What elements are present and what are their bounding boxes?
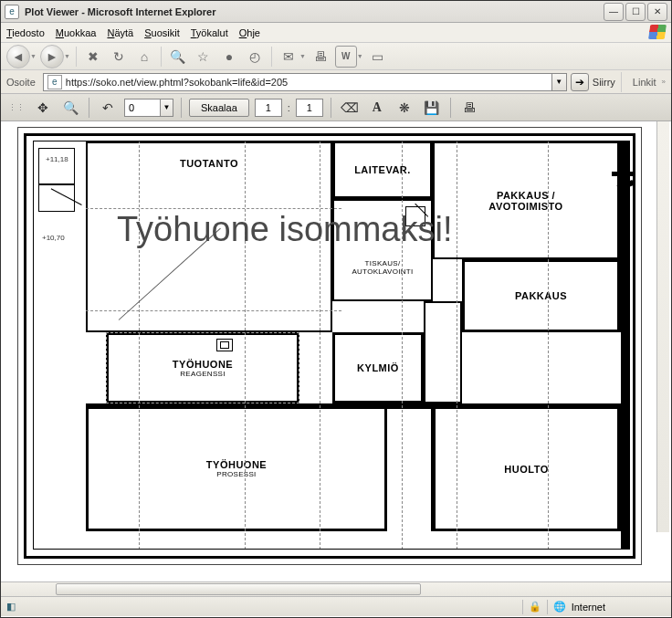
- menu-nayta[interactable]: Näytä: [107, 27, 133, 38]
- linkit-label[interactable]: Linkit: [633, 77, 656, 88]
- refresh-button[interactable]: ↻: [108, 46, 130, 68]
- menu-muokkaa[interactable]: Muokkaa: [56, 27, 97, 38]
- menu-tiedosto[interactable]: Tiedosto: [6, 27, 45, 38]
- window-title: Plot Viewer - Microsoft Internet Explore…: [25, 6, 604, 17]
- status-page-icon: ◧: [6, 601, 16, 613]
- lock-icon: 🔒: [529, 601, 541, 613]
- home-button[interactable]: ⌂: [133, 46, 155, 68]
- close-button[interactable]: ✕: [647, 3, 667, 21]
- address-input[interactable]: e https://soko.net/view.phtml?sokobank=l…: [43, 73, 552, 91]
- room-pakkaus-label: PAKKAUS: [515, 290, 567, 301]
- room-tyohuone-reag-sub: REAGENSSI: [180, 370, 225, 378]
- text-tool[interactable]: A: [366, 98, 388, 118]
- menubar: Tiedosto Muokkaa Näytä Suosikit Työkalut…: [1, 23, 671, 43]
- address-bar: Osoite e https://soko.net/view.phtml?sok…: [1, 70, 671, 94]
- favorites-button[interactable]: ☆: [193, 46, 215, 68]
- room-kylmio: KYLMIÖ: [332, 332, 424, 403]
- room-pakkaus-avo-label: PAKKAUS / AVOTOIMISTO: [488, 190, 562, 212]
- save-tool[interactable]: 💾: [421, 98, 443, 118]
- windows-logo-icon: [648, 25, 667, 39]
- room-tyohuone-pros-label: TYÖHUONE: [206, 459, 267, 470]
- minimize-button[interactable]: —: [604, 3, 624, 21]
- zoom-value-input[interactable]: 0: [124, 99, 161, 117]
- back-drop-icon[interactable]: ▼: [30, 53, 37, 59]
- toolbar-grip-icon[interactable]: ⋮⋮: [8, 103, 25, 112]
- room-tiskaus: TISKAUS/ AUTOKLAVOINTI: [332, 199, 433, 301]
- stamp-tool[interactable]: ❋: [394, 98, 415, 118]
- go-button[interactable]: ➔: [571, 73, 589, 91]
- app-toolbar: ⋮⋮ ✥ 🔍 ↶ 0 ▼ Skaalaa 1 : 1 ⌫ A ❋ 💾 🖶: [1, 94, 671, 121]
- erase-tool[interactable]: ⌫: [339, 98, 361, 118]
- room-tyohuone-reag-label: TYÖHUONE: [173, 359, 233, 370]
- linkit-expand-icon[interactable]: »: [662, 78, 666, 86]
- room-tyohuone-pros-sub: PROSESSI: [216, 470, 256, 478]
- zoom-value-dropdown[interactable]: ▼: [161, 99, 173, 117]
- ie-page-icon: e: [5, 5, 19, 19]
- room-huolto: HUOLTO: [433, 409, 626, 531]
- edit-button[interactable]: W: [335, 46, 357, 68]
- room-laitevar-label: LAITEVAR.: [354, 164, 411, 175]
- print-button[interactable]: 🖶: [310, 46, 331, 68]
- room-tuotanto: TUOTANTO: [86, 141, 332, 332]
- scale-a-input[interactable]: 1: [255, 99, 282, 117]
- plan-viewport[interactable]: +11,18 +10,70 TUOTANTO LAITEVAR. PAKKAUS…: [1, 121, 671, 581]
- forward-button[interactable]: ►: [40, 45, 64, 68]
- room-kylmio-label: KYLMIÖ: [357, 362, 399, 373]
- history-button[interactable]: ◴: [244, 46, 266, 68]
- room-tuotanto-label: TUOTANTO: [180, 158, 238, 169]
- room-pakkaus: PAKKAUS: [462, 259, 626, 332]
- hscroll-thumb[interactable]: [56, 583, 421, 595]
- zone-globe-icon: 🌐: [553, 601, 566, 613]
- horizontal-scrollbar[interactable]: [1, 581, 671, 596]
- back-button[interactable]: ◄: [6, 45, 30, 68]
- media-button[interactable]: ●: [218, 46, 240, 68]
- dim-top: +11,18: [46, 155, 68, 163]
- forward-drop-icon[interactable]: ▼: [64, 53, 70, 59]
- discuss-button[interactable]: ▭: [367, 46, 389, 68]
- titlebar: e Plot Viewer - Microsoft Internet Explo…: [1, 1, 671, 23]
- scale-separator: :: [288, 102, 290, 113]
- print-tool[interactable]: 🖶: [458, 98, 480, 118]
- status-zone: Internet: [572, 602, 605, 613]
- page-favicon-icon: e: [47, 75, 62, 89]
- dim-side: +10,70: [42, 234, 65, 242]
- undo-tool[interactable]: ↶: [97, 98, 119, 118]
- room-tiskaus-label: TISKAUS/ AUTOKLAVOINTI: [352, 259, 413, 276]
- maximize-button[interactable]: ☐: [625, 3, 646, 21]
- scale-button[interactable]: Skaalaa: [189, 99, 249, 117]
- pan-tool[interactable]: ✥: [32, 98, 54, 118]
- room-pakkaus-avo: PAKKAUS / AVOTOIMISTO: [433, 141, 626, 259]
- mail-button[interactable]: ✉: [278, 46, 299, 68]
- room-tyohuone-reagenssi: TYÖHUONE REAGENSSI: [106, 332, 299, 403]
- floor-plan: +11,18 +10,70 TUOTANTO LAITEVAR. PAKKAUS…: [17, 127, 642, 565]
- scale-b-input[interactable]: 1: [296, 99, 323, 117]
- search-button[interactable]: 🔍: [167, 46, 189, 68]
- room-corridor: [424, 301, 462, 403]
- ie-toolbar: ◄ ▼ ► ▼ ✖ ↻ ⌂ 🔍 ☆ ● ◴ ✉ ▼ 🖶 W ▼ ▭: [1, 43, 671, 70]
- address-label: Osoite: [6, 77, 36, 88]
- menu-tyokalut[interactable]: Työkalut: [191, 27, 228, 38]
- room-tyohuone-prosessi: TYÖHUONE PROSESSI: [86, 409, 387, 531]
- status-bar: ◧ 🔒 🌐 Internet: [1, 596, 671, 616]
- room-laitevar: LAITEVAR.: [332, 141, 433, 199]
- room-huolto-label: HUOLTO: [504, 464, 548, 475]
- edit-drop-icon[interactable]: ▼: [357, 53, 363, 59]
- address-dropdown[interactable]: ▼: [552, 73, 567, 91]
- address-url-text: https://soko.net/view.phtml?sokobank=lif…: [66, 77, 288, 88]
- stop-button[interactable]: ✖: [82, 46, 104, 68]
- menu-suosikit[interactable]: Suosikit: [144, 27, 180, 38]
- go-label: Siirry: [593, 77, 615, 88]
- vertical-scrollbar[interactable]: [656, 121, 669, 532]
- zoom-tool[interactable]: 🔍: [59, 98, 81, 118]
- menu-ohje[interactable]: Ohje: [239, 27, 260, 38]
- mail-drop-icon[interactable]: ▼: [299, 53, 306, 59]
- annotation-text: Työhuone isommaksi!: [117, 210, 453, 249]
